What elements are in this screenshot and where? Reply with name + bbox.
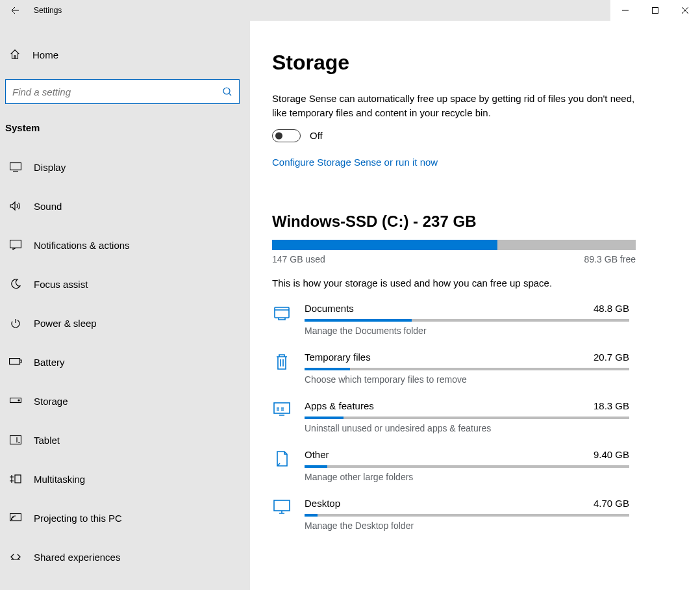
category-icon (272, 400, 292, 433)
svg-point-1 (223, 88, 230, 94)
sound-icon (9, 201, 22, 211)
search-icon (222, 86, 232, 97)
category-size: 48.8 GB (594, 303, 629, 314)
sidebar-item-label: Power & sleep (34, 318, 97, 329)
category-name: Other (305, 449, 329, 460)
sidebar-item-tablet[interactable]: Tablet (0, 420, 250, 459)
main-content: Storage Storage Sense can automatically … (250, 21, 700, 590)
multitasking-icon (9, 474, 22, 483)
sidebar-item-projecting[interactable]: Projecting to this PC (0, 498, 250, 537)
back-button[interactable] (0, 0, 30, 21)
category-other[interactable]: Other9.40 GBManage other large folders (272, 449, 678, 482)
category-sub: Uninstall unused or undesired apps & fea… (305, 423, 629, 433)
sidebar-item-label: Display (34, 162, 66, 173)
svg-point-7 (18, 400, 19, 401)
category-icon (272, 303, 292, 336)
svg-point-11 (11, 519, 12, 519)
sidebar-item-storage[interactable]: Storage (0, 381, 250, 420)
battery-icon (9, 358, 22, 366)
display-icon (9, 162, 22, 172)
page-title: Storage (272, 51, 678, 75)
tablet-icon (9, 435, 22, 444)
category-bar (305, 368, 629, 370)
drive-usage-bar (272, 240, 636, 250)
sidebar-item-label: Shared experiences (34, 552, 120, 563)
category-icon (272, 498, 292, 531)
category-bar (305, 417, 629, 419)
storage-icon (9, 398, 22, 404)
drive-title: Windows-SSD (C:) - 237 GB (272, 212, 678, 231)
sidebar: Home System Display Sound (0, 21, 250, 590)
notifications-icon (9, 240, 22, 250)
category-sub: Choose which temporary files to remove (305, 374, 629, 385)
category-documents[interactable]: Documents48.8 GBManage the Documents fol… (272, 303, 678, 336)
sidebar-item-notifications[interactable]: Notifications & actions (0, 225, 250, 264)
section-header: System (0, 118, 250, 148)
category-size: 20.7 GB (594, 352, 629, 363)
moon-icon (9, 279, 22, 289)
category-size: 4.70 GB (594, 498, 629, 509)
category-icon (272, 449, 292, 482)
storage-sense-toggle[interactable] (272, 129, 301, 142)
drive-used-label: 147 GB used (272, 254, 325, 264)
category-desktop[interactable]: Desktop4.70 GBManage the Desktop folder (272, 498, 678, 531)
sidebar-item-label: Focus assist (34, 279, 88, 290)
svg-rect-14 (274, 500, 290, 511)
storage-sense-desc: Storage Sense can automatically free up … (272, 92, 636, 120)
category-bar (305, 465, 629, 468)
svg-rect-2 (10, 163, 21, 170)
category-apps-features[interactable]: Apps & features18.3 GBUninstall unused o… (272, 400, 678, 433)
category-name: Documents (305, 303, 354, 314)
drive-usage-fill (272, 240, 497, 250)
sidebar-item-shared[interactable]: Shared experiences (0, 537, 250, 576)
sidebar-item-battery[interactable]: Battery (0, 342, 250, 381)
sidebar-item-multitasking[interactable]: Multitasking (0, 459, 250, 498)
category-temporary-files[interactable]: Temporary files20.7 GBChoose which tempo… (272, 352, 678, 385)
home-icon (9, 49, 21, 60)
sidebar-item-label: Multitasking (34, 474, 85, 485)
svg-rect-3 (10, 240, 21, 248)
sidebar-item-label: Tablet (34, 435, 60, 446)
svg-rect-5 (10, 359, 20, 365)
search-input[interactable] (12, 86, 217, 97)
sidebar-item-label: Battery (34, 357, 65, 368)
svg-rect-0 (653, 8, 658, 14)
home-button[interactable]: Home (0, 40, 250, 69)
drive-free-label: 89.3 GB free (584, 254, 636, 264)
shared-icon (9, 552, 22, 562)
sidebar-item-sound[interactable]: Sound (0, 186, 250, 225)
window-title: Settings (30, 6, 62, 15)
sidebar-item-label: Notifications & actions (34, 240, 130, 251)
category-sub: Manage other large folders (305, 472, 629, 482)
category-name: Temporary files (305, 352, 371, 363)
search-input-wrap[interactable] (5, 79, 240, 104)
category-sub: Manage the Desktop folder (305, 520, 629, 531)
category-icon (272, 352, 292, 385)
home-label: Home (32, 49, 58, 60)
category-size: 9.40 GB (594, 449, 629, 460)
svg-rect-9 (15, 475, 21, 483)
category-size: 18.3 GB (594, 400, 629, 411)
category-name: Apps & features (305, 400, 374, 411)
close-button[interactable] (670, 0, 700, 21)
maximize-button[interactable] (640, 0, 670, 21)
sidebar-item-label: Sound (34, 201, 62, 212)
svg-rect-12 (275, 307, 289, 318)
projecting-icon (9, 513, 22, 522)
minimize-button[interactable] (610, 0, 640, 21)
sidebar-item-focus[interactable]: Focus assist (0, 264, 250, 303)
category-bar (305, 514, 629, 517)
category-sub: Manage the Documents folder (305, 326, 629, 336)
toggle-state-label: Off (310, 130, 323, 141)
configure-link[interactable]: Configure Storage Sense or run it now (272, 157, 438, 168)
sidebar-item-display[interactable]: Display (0, 148, 250, 186)
sidebar-item-label: Storage (34, 396, 68, 407)
category-bar (305, 319, 629, 322)
usage-desc: This is how your storage is used and how… (272, 277, 678, 289)
category-name: Desktop (305, 498, 340, 509)
power-icon (9, 318, 22, 328)
sidebar-item-power[interactable]: Power & sleep (0, 303, 250, 342)
sidebar-item-label: Projecting to this PC (34, 513, 122, 524)
titlebar: Settings (0, 0, 700, 21)
